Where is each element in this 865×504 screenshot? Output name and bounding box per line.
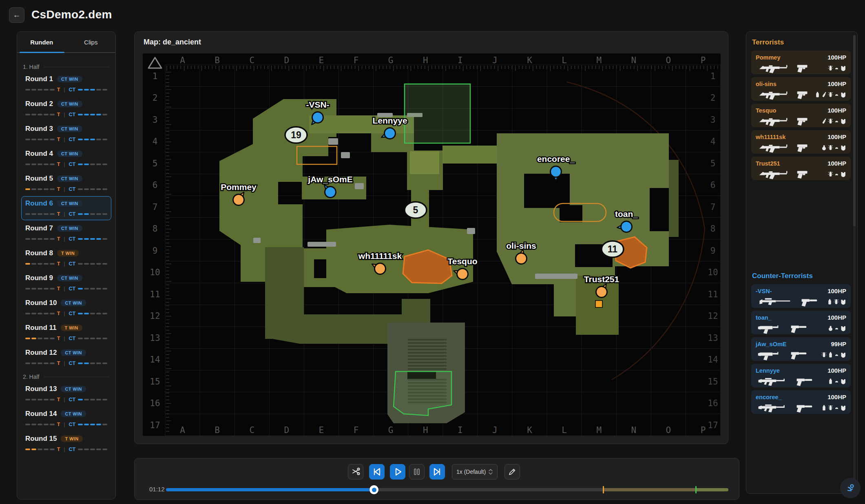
pause-button[interactable] — [409, 464, 425, 480]
alive-dash — [38, 399, 42, 400]
rifle-m4-icon — [756, 402, 792, 414]
round-item[interactable]: Round 2 CT WIN T | CT — [21, 97, 111, 121]
player-card[interactable]: oli-sins 100HP — [751, 77, 851, 101]
alive-dash — [102, 188, 107, 190]
player-card[interactable]: toan_ 100HP — [751, 311, 851, 334]
edit-button[interactable] — [504, 464, 520, 480]
alive-dash — [50, 399, 55, 400]
round-item[interactable]: Round 5 CT WIN T | CT — [21, 171, 111, 195]
player-card[interactable]: Trust251 100HP — [751, 157, 851, 180]
round-item[interactable]: Round 15 T WIN T | CT — [21, 431, 111, 455]
play-button[interactable] — [390, 464, 405, 480]
alive-dash — [96, 399, 101, 400]
rifle-ak47-icon — [756, 88, 792, 101]
timeline-track[interactable] — [166, 488, 728, 491]
tab-clips[interactable]: Clips — [66, 32, 116, 52]
round-item[interactable]: Round 3 CT WIN T | CT — [21, 122, 111, 146]
player-card[interactable]: wh11111sk 100HP — [751, 130, 851, 154]
helmet-icon — [834, 118, 839, 125]
svg-text:3: 3 — [153, 115, 158, 125]
round-name: Round 13 — [25, 385, 57, 393]
accessibility-button[interactable] — [840, 478, 861, 498]
alive-dash — [50, 213, 55, 215]
alive-dash — [78, 89, 83, 91]
round-item[interactable]: Round 10 CT WIN T | CT — [21, 296, 111, 320]
svg-text:1: 1 — [153, 71, 158, 81]
molotov-icon — [821, 118, 827, 125]
svg-text:P: P — [701, 425, 706, 435]
round-item[interactable]: Round 6 CT WIN T | CT — [21, 196, 111, 220]
round-item[interactable]: Round 1 CT WIN T | CT — [21, 72, 111, 96]
svg-text:E: E — [319, 55, 324, 65]
tab-runden[interactable]: Runden — [17, 32, 66, 52]
alive-dash — [31, 338, 36, 339]
player-card[interactable]: encoree_ 100HP — [751, 390, 851, 414]
alive-dash — [84, 363, 89, 364]
alive-dash — [90, 263, 95, 265]
alive-dash — [78, 188, 83, 190]
round-survivors: T | CT — [25, 286, 107, 292]
alive-dash — [38, 89, 42, 91]
alive-dash — [50, 139, 55, 140]
alive-dash — [90, 363, 95, 364]
round-name: Round 9 — [25, 274, 53, 282]
round-item[interactable]: Round 14 CT WIN T | CT — [21, 407, 111, 431]
alive-dash — [90, 399, 95, 400]
armor-vest-icon — [840, 65, 846, 72]
alive-dash — [96, 363, 101, 364]
round-item[interactable]: Round 9 CT WIN T | CT — [21, 271, 111, 295]
skip-forward-button[interactable] — [429, 464, 445, 480]
round-item[interactable]: Round 7 CT WIN T | CT — [21, 221, 111, 245]
round-item[interactable]: Round 12 CT WIN T | CT — [21, 345, 111, 369]
svg-text:2: 2 — [710, 93, 716, 103]
svg-text:Tesquo: Tesquo — [447, 256, 477, 266]
player-card[interactable]: -VSN- 100HP — [751, 284, 851, 308]
svg-text:11: 11 — [708, 290, 718, 299]
play-icon — [393, 467, 403, 477]
alive-dash — [78, 338, 83, 339]
alive-dash — [84, 238, 89, 240]
alive-dash — [90, 338, 95, 339]
player-card[interactable]: Tesquo 100HP — [751, 104, 851, 127]
rifle-ak47-icon — [756, 141, 792, 154]
panel-scrollbar[interactable] — [853, 35, 856, 490]
playback-speed-value: 1x (Default) — [456, 469, 486, 475]
map-canvas[interactable]: AABBCCDDEEFFGGHHIIJJKKLLMMNNOOPP11223344… — [143, 53, 721, 436]
alive-dash — [102, 114, 107, 115]
alive-dash — [38, 338, 42, 339]
timeline-marker-green — [695, 486, 697, 493]
helmet-icon — [834, 91, 839, 98]
alive-dash — [50, 313, 55, 314]
svg-text:17: 17 — [708, 420, 718, 430]
playback-controls: 1x (Default) 01:12 — [134, 458, 739, 500]
round-result-badge: CT WIN — [57, 175, 82, 182]
round-item[interactable]: Round 13 CT WIN T | CT — [21, 382, 111, 406]
clip-cut-button[interactable] — [348, 464, 363, 480]
half-label: 2. Half — [23, 374, 110, 380]
svg-text:Trust251: Trust251 — [584, 274, 619, 284]
player-card[interactable]: jAw_sOmE 99HP — [751, 337, 851, 361]
helmet-icon — [834, 65, 839, 72]
round-item[interactable]: Round 4 CT WIN T | CT — [21, 146, 111, 170]
round-item[interactable]: Round 11 T WIN T | CT — [21, 321, 111, 345]
round-result-badge: T WIN — [61, 325, 82, 331]
player-card[interactable]: Lennyye 100HP — [751, 364, 851, 387]
svg-text:J: J — [492, 425, 498, 435]
timeline-thumb[interactable] — [369, 485, 378, 494]
svg-text:15: 15 — [150, 377, 160, 387]
playback-speed-select[interactable]: 1x (Default) — [452, 464, 498, 480]
player-hp: 100HP — [827, 287, 846, 294]
skip-back-button[interactable] — [369, 464, 385, 480]
alive-dash — [31, 164, 36, 165]
alive-dash — [90, 213, 95, 215]
alive-dash — [96, 424, 101, 425]
player-name: encoree_ — [756, 394, 782, 400]
back-button[interactable]: ← — [9, 7, 24, 23]
player-card[interactable]: Pommey 100HP — [751, 51, 851, 74]
svg-text:12: 12 — [150, 311, 160, 321]
alive-dash — [25, 263, 30, 265]
round-name: Round 14 — [25, 410, 57, 418]
round-item[interactable]: Round 8 T WIN T | CT — [21, 246, 111, 270]
armor-vest-icon — [840, 325, 846, 332]
round-result-badge: CT WIN — [61, 386, 86, 392]
